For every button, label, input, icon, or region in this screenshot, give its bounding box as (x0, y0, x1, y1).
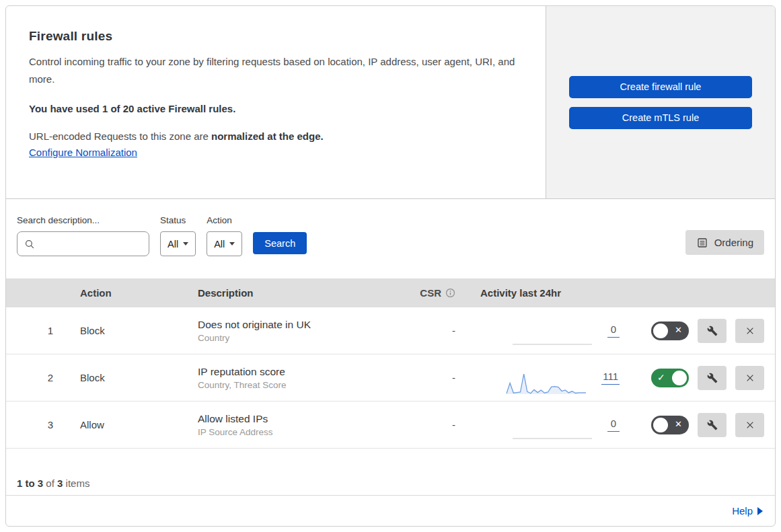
table-row: 3 Allow Allow listed IPs IP Source Addre… (6, 402, 775, 449)
rule-description: Does not originate in UK (198, 319, 410, 331)
items-of: of (46, 478, 54, 489)
page-description: Control incoming traffic to your zone by… (29, 53, 519, 88)
info-icon[interactable] (445, 288, 455, 298)
activity-count-link[interactable]: 111 (601, 371, 620, 385)
edit-rule-button[interactable] (698, 413, 727, 437)
list-document-icon (696, 237, 708, 249)
rule-activity-cell: 0 (477, 313, 625, 348)
intro-block: Firewall rules Control incoming traffic … (6, 6, 546, 198)
toggle-knob (653, 418, 668, 432)
items-total: 3 (57, 478, 63, 489)
rule-controls: ✓ ✕ (625, 413, 775, 437)
firewall-rules-card: Firewall rules Control incoming traffic … (5, 5, 776, 527)
status-dropdown[interactable]: All (160, 231, 196, 256)
normalization-text: URL-encoded Requests to this zone are (29, 130, 209, 142)
normalization-bold: normalized at the edge. (211, 130, 324, 142)
search-icon (24, 239, 35, 250)
close-icon (745, 326, 755, 336)
search-input[interactable] (40, 239, 142, 250)
normalization-note: URL-encoded Requests to this zone are no… (29, 130, 519, 142)
column-activity: Activity last 24hr (477, 287, 625, 299)
toggle-knob (672, 371, 687, 385)
rule-fields: Country (198, 333, 410, 343)
configure-normalization-link[interactable]: Configure Normalization (29, 147, 137, 158)
rule-enabled-toggle[interactable]: ✓ ✕ (651, 416, 689, 434)
create-firewall-rule-button[interactable]: Create firewall rule (569, 76, 752, 98)
x-icon: ✕ (675, 325, 682, 335)
search-box[interactable] (17, 231, 149, 256)
rule-priority: 2 (6, 372, 68, 383)
rule-csr-value: - (410, 419, 477, 430)
create-mtls-rule-button[interactable]: Create mTLS rule (569, 107, 752, 129)
help-link[interactable]: Help (732, 505, 753, 517)
activity-count-link[interactable]: 0 (607, 324, 620, 338)
rule-activity-cell: 111 (477, 360, 625, 395)
search-group: Search description... (17, 215, 149, 256)
activity-sparkline (512, 418, 593, 443)
column-description: Description (192, 287, 410, 299)
arrow-right-icon (757, 507, 763, 515)
action-dropdown[interactable]: All (207, 231, 242, 256)
action-label: Action (207, 215, 242, 225)
status-filter-group: Status All (160, 215, 196, 256)
filter-bar: Search description... Status All Action … (6, 199, 775, 278)
page-title: Firewall rules (29, 29, 519, 44)
items-word: items (66, 478, 90, 489)
search-button[interactable]: Search (253, 232, 307, 254)
rule-controls: ✓ ✕ (625, 366, 775, 390)
rule-enabled-toggle[interactable]: ✓ ✕ (651, 369, 689, 387)
rule-action: Block (68, 325, 192, 336)
table-header: Action Description CSR Activity last 24h… (6, 278, 775, 307)
x-icon: ✕ (675, 419, 682, 429)
edit-rule-button[interactable] (698, 366, 727, 390)
toggle-knob (653, 324, 668, 338)
items-count: 1 to 3 of 3 items (6, 449, 775, 495)
table-row: 1 Block Does not originate in UK Country… (6, 307, 775, 354)
wrench-icon (707, 326, 718, 336)
status-value: All (168, 239, 178, 250)
close-icon (745, 420, 755, 430)
rule-priority: 1 (6, 325, 68, 336)
delete-rule-button[interactable] (735, 366, 764, 390)
ordering-button[interactable]: Ordering (685, 230, 764, 255)
rule-action: Block (68, 372, 192, 383)
search-label: Search description... (17, 215, 149, 225)
rule-description-cell: Allow listed IPs IP Source Address (192, 413, 410, 437)
header-section: Firewall rules Control incoming traffic … (6, 6, 775, 199)
items-range: 1 to 3 (17, 478, 43, 489)
ordering-label: Ordering (714, 237, 753, 248)
action-value: All (214, 239, 225, 250)
column-csr: CSR (410, 287, 477, 299)
edit-rule-button[interactable] (698, 319, 727, 343)
activity-count-link[interactable]: 0 (607, 418, 620, 432)
rule-description: IP reputation score (198, 366, 410, 378)
rule-fields: Country, Threat Score (198, 380, 410, 390)
csr-header-label: CSR (420, 287, 441, 299)
check-icon: ✓ (657, 372, 665, 383)
action-filter-group: Action All (207, 215, 242, 256)
wrench-icon (707, 420, 718, 430)
status-label: Status (160, 215, 196, 225)
rule-action: Allow (68, 419, 192, 430)
column-action: Action (68, 287, 192, 299)
activity-sparkline (506, 371, 587, 395)
activity-sparkline (512, 324, 593, 348)
rule-csr-value: - (410, 325, 477, 336)
rule-enabled-toggle[interactable]: ✓ ✕ (651, 321, 689, 340)
usage-summary: You have used 1 of 20 active Firewall ru… (29, 103, 519, 114)
rule-csr-value: - (410, 372, 477, 383)
close-icon (745, 373, 755, 383)
caret-down-icon (229, 242, 235, 245)
caret-down-icon (183, 242, 188, 245)
rule-activity-cell: 0 (477, 407, 625, 443)
actions-panel: Create firewall rule Create mTLS rule (546, 6, 775, 198)
delete-rule-button[interactable] (735, 413, 764, 437)
rule-description-cell: Does not originate in UK Country (192, 319, 410, 343)
wrench-icon (707, 373, 718, 383)
rule-fields: IP Source Address (198, 427, 410, 437)
rule-priority: 3 (6, 419, 68, 430)
delete-rule-button[interactable] (735, 319, 764, 343)
rule-description-cell: IP reputation score Country, Threat Scor… (192, 366, 410, 390)
rule-controls: ✓ ✕ (625, 319, 775, 343)
table-row: 2 Block IP reputation score Country, Thr… (6, 354, 775, 402)
